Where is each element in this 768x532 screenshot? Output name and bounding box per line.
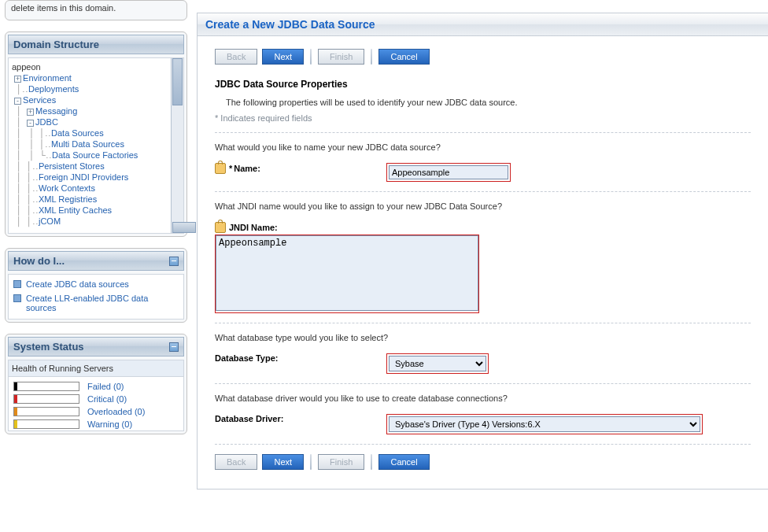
divider — [215, 383, 751, 384]
label-jndi: JNDI Name: — [215, 222, 751, 233]
minimize-icon[interactable] — [169, 257, 179, 266]
question-dbtype: What database type would you like to sel… — [215, 333, 751, 342]
collapse-icon[interactable]: - — [14, 98, 21, 105]
domain-structure-header: Domain Structure — [8, 35, 184, 54]
minimize-icon[interactable] — [169, 342, 179, 352]
highlight-box — [386, 163, 511, 182]
tree-jdbc[interactable]: JDBC — [35, 117, 58, 127]
divider — [215, 132, 751, 133]
question-name: What would you like to name your new JDB… — [215, 142, 751, 152]
domain-tree[interactable]: appeon +Environment │․․Deployments -Serv… — [10, 60, 183, 231]
list-item: Create LLR-enabled JDBC data sources — [13, 294, 179, 312]
domain-structure-title: Domain Structure — [13, 39, 99, 50]
highlight-box — [215, 235, 479, 313]
expand-icon[interactable]: + — [27, 109, 34, 116]
status-row-overloaded: Overloaded (0) — [10, 405, 183, 418]
required-note: * Indicates required fields — [215, 113, 751, 123]
tree-jcom[interactable]: jCOM — [39, 216, 61, 226]
required-asterisk: * — [229, 164, 232, 173]
prev-panel-trunc: delete items in this domain. — [5, 0, 187, 20]
divider — [215, 323, 751, 323]
tree-foreign-jndi[interactable]: Foreign JNDI Providers — [39, 172, 128, 182]
field-row-dbtype: Database Type: Sybase — [215, 353, 751, 374]
label-jndi-text: JNDI Name: — [229, 223, 278, 232]
tree-scrollbar[interactable] — [171, 58, 183, 233]
hdi-link-create-jdbc[interactable]: Create JDBC data sources — [26, 279, 129, 289]
label-driver-text: Database Driver: — [215, 414, 283, 423]
driver-select[interactable]: Sybase's Driver (Type 4) Versions:6.X — [389, 416, 700, 432]
section-title: JDBC Data Source Properties — [215, 79, 751, 90]
tree-messaging[interactable]: Messaging — [35, 106, 77, 116]
tree-services[interactable]: Services — [23, 95, 56, 105]
lock-icon — [215, 163, 226, 174]
section-desc: The following properties will be used to… — [226, 98, 751, 107]
status-row-critical: Critical (0) — [10, 393, 183, 405]
collapse-icon[interactable]: - — [27, 120, 34, 127]
label-name-text: Name: — [234, 164, 260, 173]
status-bar — [13, 394, 79, 404]
tree-deployments[interactable]: Deployments — [28, 84, 79, 94]
button-separator — [310, 49, 312, 65]
list-item: Create JDBC data sources — [13, 279, 179, 289]
system-status-panel: System Status Health of Running Servers … — [5, 334, 187, 434]
tree-ds-factories[interactable]: Data Source Factories — [52, 150, 138, 160]
tree-work-contexts[interactable]: Work Contexts — [39, 183, 95, 193]
name-input[interactable] — [389, 165, 508, 179]
status-bar — [13, 407, 79, 416]
field-row-driver: Database Driver: Sybase's Driver (Type 4… — [215, 414, 751, 434]
system-status-subheader: Health of Running Servers — [8, 360, 184, 376]
status-link-warning[interactable]: Warning (0) — [87, 419, 132, 429]
status-bar — [13, 419, 79, 429]
lock-icon — [215, 222, 226, 233]
tree-multi-ds[interactable]: Multi Data Sources — [51, 139, 124, 149]
system-status-title: System Status — [13, 341, 84, 353]
tree-datasources[interactable]: Data Sources — [51, 128, 104, 138]
dbtype-select[interactable]: Sybase — [389, 356, 486, 371]
field-row-jndi: JNDI Name: — [215, 222, 751, 313]
status-link-critical[interactable]: Critical (0) — [87, 394, 127, 404]
hdi-link-create-llr[interactable]: Create LLR-enabled JDBC data sources — [26, 294, 179, 312]
next-button[interactable]: Next — [262, 454, 304, 470]
divider — [215, 191, 751, 192]
button-row-top: Back Next Finish Cancel — [215, 49, 751, 65]
prev-panel-text: delete items in this domain. — [8, 3, 184, 17]
jndi-input[interactable] — [216, 235, 478, 311]
tree-persistent-stores[interactable]: Persistent Stores — [39, 161, 105, 171]
how-do-i-list: Create JDBC data sources Create LLR-enab… — [8, 274, 184, 320]
cancel-button[interactable]: Cancel — [378, 49, 429, 65]
page-title: Create a New JDBC Data Source — [198, 13, 768, 36]
label-dbtype-text: Database Type: — [215, 353, 279, 363]
finish-button[interactable]: Finish — [318, 49, 364, 65]
status-link-overloaded[interactable]: Overloaded (0) — [87, 407, 145, 416]
question-driver: What database driver would you like to u… — [215, 393, 751, 403]
status-row-failed: Failed (0) — [10, 380, 183, 393]
scrollbar-thumb[interactable] — [172, 58, 183, 105]
status-link-failed[interactable]: Failed (0) — [87, 382, 124, 391]
back-button[interactable]: Back — [215, 454, 257, 470]
system-status-header: System Status — [8, 337, 184, 357]
how-do-i-header: How do I... — [8, 251, 184, 271]
cancel-button[interactable]: Cancel — [378, 454, 429, 470]
how-do-i-panel: How do I... Create JDBC data sources Cre… — [5, 248, 187, 323]
finish-button[interactable]: Finish — [318, 454, 364, 470]
button-separator — [371, 454, 372, 470]
tree-xml-registries[interactable]: XML Registries — [39, 194, 97, 204]
expand-icon[interactable]: + — [14, 76, 21, 83]
question-jndi: What JNDI name would you like to assign … — [215, 201, 751, 211]
domain-tree-body: appeon +Environment │․․Deployments -Serv… — [8, 57, 184, 234]
back-button[interactable]: Back — [215, 49, 257, 65]
how-do-i-title: How do I... — [13, 255, 65, 267]
status-row-warning: Warning (0) — [10, 418, 183, 430]
tree-xml-entity[interactable]: XML Entity Caches — [39, 205, 112, 215]
label-driver: Database Driver: — [215, 414, 372, 423]
next-button[interactable]: Next — [262, 49, 304, 65]
status-bar — [13, 382, 79, 391]
button-separator — [371, 49, 372, 65]
label-dbtype: Database Type: — [215, 353, 372, 363]
tree-root[interactable]: appeon — [12, 62, 41, 72]
scrollbar-down-icon[interactable] — [172, 222, 196, 233]
doc-icon — [13, 294, 21, 302]
divider — [215, 444, 751, 445]
label-name: * Name: — [215, 163, 372, 174]
tree-environment[interactable]: Environment — [23, 73, 72, 83]
